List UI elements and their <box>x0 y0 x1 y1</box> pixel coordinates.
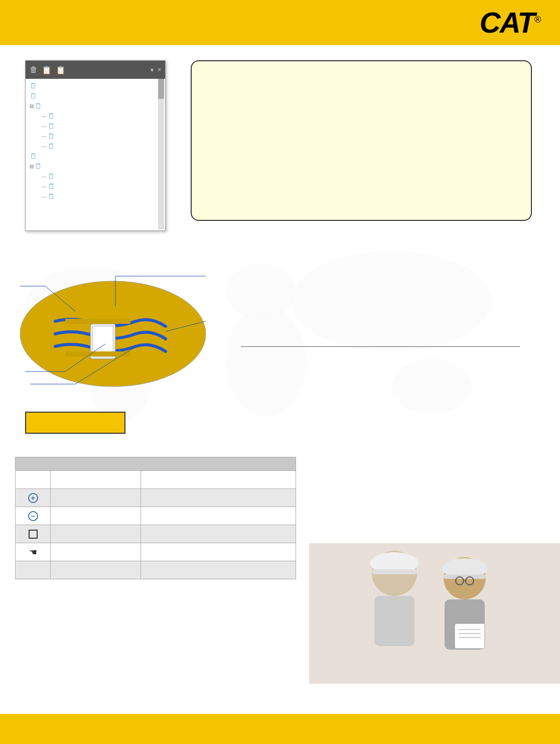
tree-panel: 🗑 📋 📋 ▼ × 🗒 🗒 ⊟ 🗒 — 🗒 <box>25 60 166 231</box>
tree-panel-toolbar: 🗑 📋 📋 <box>30 65 66 75</box>
table-cell-name <box>51 525 141 543</box>
table-cell-name <box>51 561 141 579</box>
tree-item-icon: 🗒 <box>30 82 37 90</box>
cat-logo-text: CAT® <box>480 8 540 37</box>
copy-icon-2[interactable]: 📋 <box>56 65 66 75</box>
table-cell-desc <box>141 507 296 525</box>
delete-icon[interactable]: 🗑 <box>30 65 38 74</box>
scrollbar-thumb[interactable] <box>158 79 164 99</box>
cat-logo: CAT® <box>480 8 540 37</box>
h-separator <box>241 346 520 347</box>
table-cell-icon: ☚ <box>16 543 51 561</box>
svg-rect-9 <box>65 319 130 324</box>
table-cell-desc <box>141 561 296 579</box>
tree-item[interactable]: — 🗒 <box>26 191 165 201</box>
table-cell-name <box>51 471 141 488</box>
tree-item[interactable]: — 🗒 <box>26 141 165 151</box>
table-row[interactable]: − <box>15 507 296 525</box>
main-content: 🗑 📋 📋 ▼ × 🗒 🗒 ⊟ 🗒 — 🗒 <box>0 45 560 714</box>
tree-item-icon: 🗒 <box>48 142 55 150</box>
tree-item[interactable]: 🗒 <box>26 81 165 91</box>
tree-item[interactable]: — 🗒 <box>26 131 165 141</box>
tree-item[interactable]: 🗒 <box>26 91 165 101</box>
tree-item[interactable]: — 🗒 <box>26 121 165 131</box>
tree-item-icon: 🗒 <box>48 112 55 120</box>
table-header <box>15 457 296 471</box>
tree-item-icon: 🗒 <box>30 92 37 100</box>
plus-icon: + <box>28 493 38 503</box>
tree-item-expandable[interactable]: ⊟ 🗒 <box>26 161 165 171</box>
table-cell-icon: + <box>16 489 51 507</box>
tree-item[interactable]: — 🗒 <box>26 181 165 191</box>
table-row[interactable] <box>15 561 296 579</box>
svg-rect-20 <box>309 543 560 684</box>
table-cell-icon <box>16 471 51 488</box>
svg-rect-10 <box>65 351 130 356</box>
table-row[interactable] <box>15 471 296 489</box>
workers-area <box>309 543 560 684</box>
square-icon <box>29 530 38 539</box>
tree-item[interactable]: — 🗒 <box>26 111 165 121</box>
table-cell-desc <box>141 543 296 561</box>
table-row[interactable]: ☚ <box>15 543 296 561</box>
tree-item[interactable]: — 🗒 <box>26 171 165 181</box>
svg-point-4 <box>291 251 492 351</box>
table-cell-icon <box>16 561 51 579</box>
svg-rect-32 <box>455 624 485 649</box>
diagram-area <box>15 256 226 397</box>
scrollbar[interactable] <box>158 79 164 229</box>
table-cell-icon: − <box>16 507 51 525</box>
table-cell-name <box>51 489 141 507</box>
tree-panel-header: 🗑 📋 📋 ▼ × <box>26 61 165 79</box>
panel-dropdown-icon[interactable]: ▼ <box>150 67 155 73</box>
tree-item-icon: 🗒 <box>48 122 55 130</box>
tree-item-icon: 🗒 <box>48 132 55 140</box>
tree-expand-icon[interactable]: ⊟ <box>30 103 34 109</box>
tree-item-expandable[interactable]: ⊟ 🗒 <box>26 101 165 111</box>
table-cell-icon <box>16 525 51 543</box>
tree-item[interactable]: 🗒 <box>26 151 165 161</box>
tree-item-icon: 🗒 <box>30 152 37 160</box>
svg-rect-27 <box>444 574 486 579</box>
tree-expand-icon[interactable]: ⊟ <box>30 164 34 169</box>
table-cell-name <box>51 507 141 525</box>
table-cell-name <box>51 543 141 561</box>
svg-point-3 <box>226 306 306 417</box>
table-row[interactable] <box>15 525 296 543</box>
table-cell-desc <box>141 489 296 507</box>
table-area: + − ☚ <box>15 457 296 579</box>
table-row[interactable]: + <box>15 489 296 507</box>
tree-panel-body[interactable]: 🗒 🗒 ⊟ 🗒 — 🗒 — 🗒 — 🗒 — <box>26 79 165 230</box>
footer <box>0 714 560 744</box>
yellow-button[interactable] <box>25 412 125 434</box>
table-cell-desc <box>141 471 296 488</box>
svg-point-5 <box>391 359 472 414</box>
svg-rect-23 <box>372 569 417 574</box>
tree-item-icon: 🗒 <box>48 192 55 200</box>
hand-icon: ☚ <box>29 547 37 558</box>
tree-item-icon: 🗒 <box>35 162 42 170</box>
copy-icon-1[interactable]: 📋 <box>42 65 52 75</box>
tree-item-icon: 🗒 <box>48 172 55 180</box>
table-cell-desc <box>141 525 296 543</box>
header: CAT® <box>0 0 560 45</box>
svg-rect-24 <box>374 596 414 646</box>
tree-item-icon: 🗒 <box>35 102 42 110</box>
panel-close-button[interactable]: × <box>158 66 161 73</box>
note-box <box>191 60 532 221</box>
minus-icon: − <box>28 511 38 521</box>
tree-item-icon: 🗒 <box>48 182 55 190</box>
